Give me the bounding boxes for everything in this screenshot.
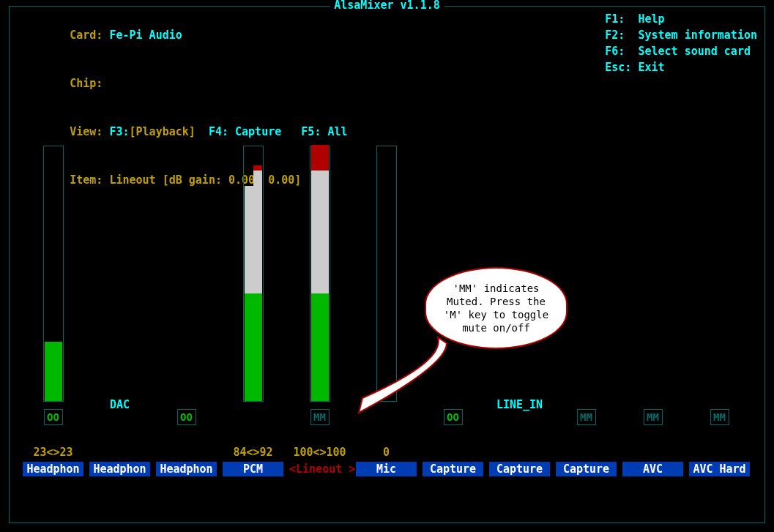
window-frame: AlsaMixer v1.1.8 Card: Fe-Pi Audio Chip:… xyxy=(9,6,765,523)
channel-name[interactable]: AVC Hard xyxy=(686,462,753,476)
channel[interactable]: MMAVC xyxy=(619,94,686,512)
channel[interactable]: OOCapture xyxy=(420,94,486,512)
channel[interactable]: 0Mic xyxy=(353,94,420,512)
channel-name[interactable]: Capture xyxy=(420,462,486,476)
channel-name[interactable]: Headphon xyxy=(86,462,153,476)
channel-name[interactable]: AVC xyxy=(619,462,686,476)
volume-readout: 84<>92 xyxy=(233,446,272,459)
mute-toggle[interactable]: OO xyxy=(444,409,463,425)
mixer-area: OO23<>23HeadphonDACHeadphonOOHeadphon84<… xyxy=(20,94,754,512)
channel[interactable]: MM100<>100<Lineout > xyxy=(286,94,353,512)
window-title: AlsaMixer v1.1.8 xyxy=(330,0,444,12)
channel-name[interactable]: Headphon xyxy=(20,462,86,476)
mute-toggle[interactable]: MM xyxy=(710,409,729,425)
help-f1-key[interactable]: F1: xyxy=(605,12,625,26)
channel[interactable]: OOHeadphon xyxy=(153,94,220,512)
channel-option[interactable]: LINE_IN xyxy=(496,398,543,411)
channel-name[interactable]: Headphon xyxy=(153,462,220,476)
volume-readout: 0 xyxy=(383,446,390,459)
channel[interactable]: MMCapture xyxy=(553,94,619,512)
channel[interactable]: DACHeadphon xyxy=(86,94,153,512)
channel-name[interactable]: PCM xyxy=(220,462,286,476)
volume-bar[interactable] xyxy=(310,146,330,402)
volume-bar[interactable] xyxy=(243,146,264,402)
help-f2-value[interactable]: System information xyxy=(638,29,757,42)
help-esc-key[interactable]: Esc: xyxy=(605,61,631,74)
channel-option[interactable]: DAC xyxy=(110,398,130,411)
volume-bar[interactable] xyxy=(376,146,397,402)
channel-name[interactable]: Capture xyxy=(486,462,553,476)
channel[interactable]: LINE_INCapture xyxy=(486,94,553,512)
help-f6-key[interactable]: F6: xyxy=(605,45,625,58)
mute-toggle[interactable]: MM xyxy=(310,409,330,425)
mute-toggle[interactable]: OO xyxy=(44,409,63,425)
channel-name[interactable]: Capture xyxy=(553,462,619,476)
card-label: Card: xyxy=(70,29,103,42)
channel-name[interactable]: Mic xyxy=(353,462,420,476)
help-f6-value[interactable]: Select sound card xyxy=(638,45,751,58)
channel[interactable]: OO23<>23Headphon xyxy=(20,94,86,512)
help-esc-value[interactable]: Exit xyxy=(638,61,664,74)
help-f2-key[interactable]: F2: xyxy=(605,29,625,42)
channel[interactable]: 84<>92PCM xyxy=(220,94,286,512)
channel[interactable]: MMAVC Hard xyxy=(686,94,753,512)
mute-toggle[interactable]: OO xyxy=(177,409,196,425)
mute-toggle[interactable]: MM xyxy=(577,409,596,425)
volume-readout: 23<>23 xyxy=(33,446,72,459)
help-f1-value[interactable]: Help xyxy=(638,12,664,26)
mute-toggle[interactable]: MM xyxy=(644,409,663,425)
chip-label: Chip: xyxy=(70,77,103,90)
volume-bar[interactable] xyxy=(43,146,64,402)
channel-name[interactable]: <Lineout > xyxy=(286,462,353,476)
volume-readout: 100<>100 xyxy=(293,446,346,459)
card-value: Fe-Pi Audio xyxy=(109,29,182,42)
